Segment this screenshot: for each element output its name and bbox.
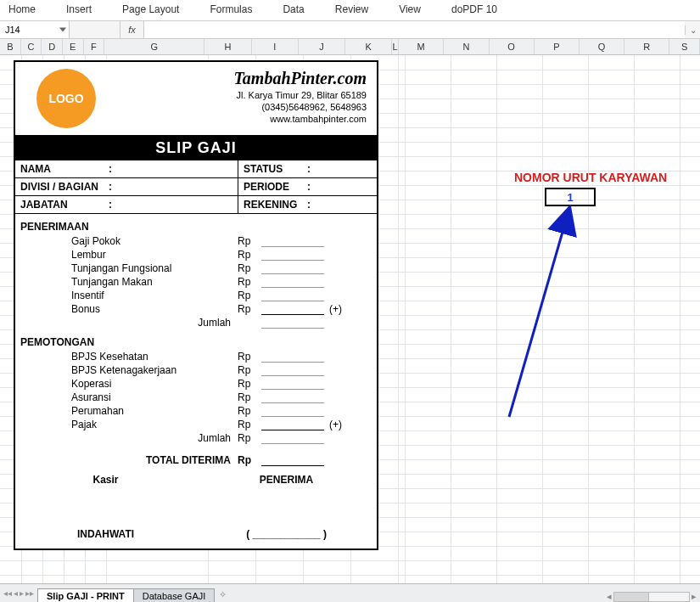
col-header-S[interactable]: S (669, 39, 699, 54)
penerimaan-jumlah: Jumlah (15, 316, 377, 329)
tab-nav-buttons[interactable]: ◂◂◂▸▸▸ (0, 584, 37, 602)
menu-data[interactable]: Data (283, 3, 304, 15)
section-pemotongan: PEMOTONGAN (15, 329, 377, 350)
value-jabatan (119, 196, 238, 213)
value-periode (317, 178, 377, 195)
name-box[interactable]: J14 (0, 21, 70, 38)
line-item: BonusRp(+) (15, 302, 377, 316)
label-jabatan: JABATAN (15, 196, 109, 213)
col-header-F[interactable]: F (84, 39, 105, 54)
col-header-O[interactable]: O (490, 39, 535, 54)
label-divisi: DIVISI / BAGIAN (15, 178, 109, 195)
slip-document: LOGO TambahPinter.com Jl. Karya Timur 29… (14, 60, 378, 550)
col-header-B[interactable]: B (0, 39, 21, 54)
menu-formulas[interactable]: Formulas (210, 3, 252, 15)
logo: LOGO (36, 69, 96, 128)
tab-database-gaji[interactable]: Database GAJI (133, 588, 216, 602)
col-header-D[interactable]: D (42, 39, 63, 54)
dropdown-icon[interactable] (59, 28, 66, 32)
line-item: Tunjangan MakanRp (15, 275, 377, 289)
label-status: STATUS (238, 160, 307, 177)
sig-kasir-name: INDAHWATI (15, 528, 196, 540)
col-header-G[interactable]: G (104, 39, 204, 54)
col-header-R[interactable]: R (624, 39, 669, 54)
company-addr1: Jl. Karya Timur 29, Blitar 65189 (120, 90, 367, 100)
formula-bar: J14 fx ⌄ (0, 20, 700, 39)
arrow-annotation (475, 205, 602, 425)
label-rekening: REKENING (238, 196, 307, 213)
name-box-value: J14 (5, 25, 20, 35)
menu-view[interactable]: View (399, 3, 421, 15)
menu-page-layout[interactable]: Page Layout (122, 3, 179, 15)
col-header-C[interactable]: C (21, 39, 42, 54)
line-item: InsentifRp (15, 289, 377, 302)
line-item: BPJS KesehatanRp (15, 350, 377, 363)
company-name: TambahPinter.com (120, 69, 367, 88)
value-rekening (317, 196, 377, 213)
nomor-urut-label: NOMOR URUT KARYAWAN (514, 171, 667, 184)
col-header-K[interactable]: K (345, 39, 392, 54)
logo-cell: LOGO (15, 62, 117, 135)
pemotongan-jumlah: Jumlah Rp (15, 431, 377, 445)
col-header-N[interactable]: N (444, 39, 489, 54)
svg-line-0 (509, 211, 568, 417)
company-addr3: www.tambahpinter.com (120, 114, 367, 124)
value-status (317, 160, 377, 177)
info-block: NAMA : STATUS : DIVISI / BAGIAN : PERIOD… (15, 160, 377, 214)
menu-dopdf[interactable]: doPDF 10 (451, 3, 497, 15)
menu-home[interactable]: Home (8, 3, 36, 15)
line-item: Gaji PokokRp (15, 234, 377, 248)
fx-button[interactable]: fx (120, 21, 144, 38)
line-item: PajakRp(+) (15, 418, 377, 431)
col-header-Q[interactable]: Q (580, 39, 624, 54)
total-diterima: TOTAL DITERIMA Rp (15, 453, 377, 467)
value-divisi (119, 178, 238, 195)
menu-review[interactable]: Review (335, 3, 368, 15)
signature-headers: Kasir PENERIMA (15, 467, 377, 489)
line-item: KoperasiRp (15, 377, 377, 391)
label-nama: NAMA (15, 160, 109, 177)
section-penerimaan: PENERIMAAN (15, 214, 377, 234)
sig-kasir-label: Kasir (15, 474, 196, 486)
col-header-M[interactable]: M (399, 39, 444, 54)
label-periode: PERIODE (238, 178, 307, 195)
col-header-I[interactable]: I (252, 39, 299, 54)
horizontal-scrollbar[interactable]: ◂▸ (607, 591, 700, 602)
line-item: AsuransiRp (15, 391, 377, 404)
col-header-J[interactable]: J (299, 39, 345, 54)
new-sheet-icon[interactable]: ✧ (214, 588, 231, 602)
company-addr2: (0345)5648962, 5648963 (120, 102, 367, 112)
signature-names: INDAHWATI ( ____________ ) (15, 528, 377, 549)
line-item: BPJS KetenagakerjaanRp (15, 363, 377, 377)
nomor-urut-value[interactable]: 1 (545, 188, 596, 206)
slip-title: SLIP GAJI (15, 136, 377, 160)
col-header-P[interactable]: P (535, 39, 580, 54)
col-header-L[interactable]: L (392, 39, 399, 54)
line-item: Tunjangan FungsionalRp (15, 262, 377, 275)
value-nama (119, 160, 238, 177)
col-header-E[interactable]: E (63, 39, 84, 54)
formula-expand-icon[interactable]: ⌄ (685, 25, 700, 35)
column-headers[interactable]: BCDEFGHIJKLMNOPQRS (0, 39, 700, 55)
sheet-area[interactable]: LOGO TambahPinter.com Jl. Karya Timur 29… (0, 55, 700, 595)
menu-bar: Home Insert Page Layout Formulas Data Re… (0, 0, 700, 20)
line-item: PerumahanRp (15, 404, 377, 418)
col-header-H[interactable]: H (204, 39, 251, 54)
company-info: TambahPinter.com Jl. Karya Timur 29, Bli… (117, 62, 377, 135)
tab-slip-gaji-print[interactable]: Slip GAJI - PRINT (37, 588, 134, 602)
menu-insert[interactable]: Insert (66, 3, 92, 15)
sheet-tab-bar: ◂◂◂▸▸▸ Slip GAJI - PRINT Database GAJI ✧… (0, 583, 700, 602)
sig-penerima-name: ( ____________ ) (196, 528, 377, 540)
formula-input[interactable] (144, 21, 685, 38)
line-item: LemburRp (15, 248, 377, 262)
spreadsheet-grid[interactable]: BCDEFGHIJKLMNOPQRS LOGO TambahPinter.com… (0, 39, 700, 595)
sig-penerima-label: PENERIMA (196, 474, 377, 486)
